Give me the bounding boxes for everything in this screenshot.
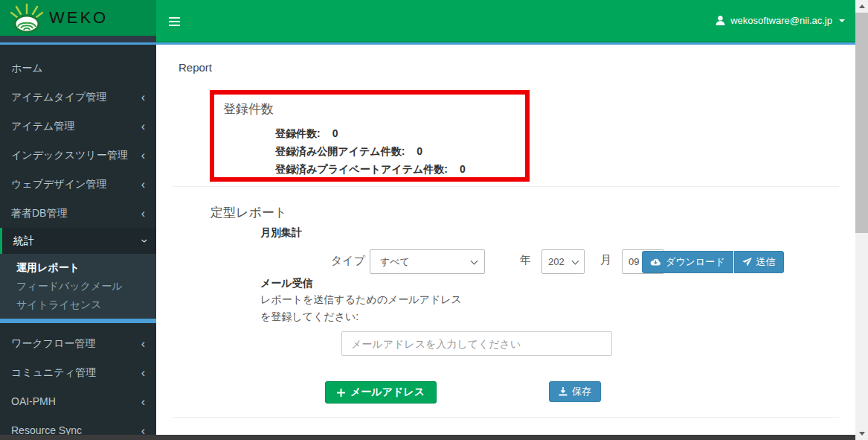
chevron-down-icon bbox=[572, 257, 579, 264]
vertical-scrollbar[interactable] bbox=[855, 0, 868, 440]
hamburger-icon[interactable] bbox=[165, 13, 183, 30]
chevron-left-icon bbox=[141, 123, 145, 130]
main-content: Report 登録件数 登録件数:0 登録済み公開アイテム件数:0 登録済みプラ… bbox=[156, 45, 855, 435]
mail-description-line2: を登録してください: bbox=[260, 310, 359, 324]
chevron-left-icon bbox=[141, 427, 145, 435]
top-navbar: wekosoftware@nii.ac.jp bbox=[156, 0, 855, 42]
sidebar-item-workflow-mgmt[interactable]: ワークフロー管理 bbox=[0, 329, 156, 358]
sidebar-item-label: OAI-PMH bbox=[11, 395, 56, 408]
chevron-left-icon bbox=[141, 181, 145, 188]
sidebar-item-index-tree-mgmt[interactable]: インデックスツリー管理 bbox=[0, 141, 156, 170]
sidebar-item-oai-pmh[interactable]: OAI-PMH bbox=[0, 387, 156, 416]
year-label: 年 bbox=[520, 253, 531, 267]
type-select[interactable]: すべて bbox=[370, 249, 485, 274]
submenu-item-site-license[interactable]: サイトライセンス bbox=[0, 296, 156, 314]
submenu-item-label: フィードバックメール bbox=[16, 280, 123, 292]
weko-logo-icon bbox=[10, 3, 43, 33]
plus-icon bbox=[337, 389, 345, 397]
chevron-left-icon bbox=[141, 210, 145, 217]
download-button[interactable]: ダウンロード bbox=[642, 251, 733, 273]
sidebar-item-item-mgmt[interactable]: アイテム管理 bbox=[0, 112, 156, 141]
registration-private-label: 登録済みプライベートアイテム件数: bbox=[275, 163, 448, 175]
section-divider bbox=[173, 186, 839, 187]
sidebar-item-label: ワークフロー管理 bbox=[11, 337, 95, 350]
logo-header: WEKO bbox=[0, 0, 156, 36]
sidebar-item-label: コミュニティ管理 bbox=[11, 366, 96, 379]
user-menu[interactable]: wekosoftware@nii.ac.jp bbox=[716, 0, 845, 41]
sidebar-item-label: アイテム管理 bbox=[11, 120, 74, 133]
sidebar-item-author-db-mgmt[interactable]: 著者DB管理 bbox=[0, 199, 156, 228]
registration-total-label: 登録件数: bbox=[275, 127, 321, 139]
add-email-button[interactable]: メールアドレス bbox=[325, 381, 437, 404]
section-divider bbox=[173, 417, 839, 418]
sidebar-item-home[interactable]: ホーム bbox=[0, 54, 156, 83]
chevron-left-icon bbox=[141, 340, 145, 348]
save-button-label: 保存 bbox=[572, 385, 591, 398]
submenu-item-label: サイトライセンス bbox=[16, 299, 102, 310]
registration-private-row: 登録済みプライベートアイテム件数:0 bbox=[275, 160, 516, 178]
submenu-item-operation-report[interactable]: 運用レポート bbox=[0, 258, 156, 277]
monthly-summary-heading: 月別集計 bbox=[260, 226, 302, 240]
send-button-label: 送信 bbox=[756, 255, 776, 269]
registration-count-panel: 登録件数 登録件数:0 登録済み公開アイテム件数:0 登録済みプライベートアイテ… bbox=[210, 90, 530, 182]
add-email-button-label: メールアドレス bbox=[350, 386, 425, 399]
mail-receive-heading: メール受信 bbox=[260, 277, 313, 290]
scrollbar-down-arrow[interactable] bbox=[855, 427, 868, 440]
sidebar-item-web-design-mgmt[interactable]: ウェブデザイン管理 bbox=[0, 170, 156, 199]
caret-down-icon bbox=[839, 19, 845, 22]
save-button[interactable]: 保存 bbox=[549, 381, 601, 402]
window-bottom-edge bbox=[0, 435, 855, 440]
registration-total-value: 0 bbox=[332, 127, 338, 139]
sidebar-item-label: アイテムタイプ管理 bbox=[11, 91, 106, 103]
chevron-down-icon bbox=[471, 257, 478, 264]
statistics-submenu: 運用レポート フィードバックメール サイトライセンス bbox=[0, 254, 156, 319]
email-address-input[interactable] bbox=[341, 331, 612, 356]
download-button-label: ダウンロード bbox=[666, 255, 725, 269]
chevron-down-icon bbox=[137, 239, 150, 243]
report-action-buttons: ダウンロード 送信 bbox=[642, 251, 784, 273]
user-email: wekosoftware@nii.ac.jp bbox=[730, 15, 832, 26]
registration-count-title: 登録件数 bbox=[223, 101, 516, 118]
mail-description-line1: レポートを送信するためのメールアドレス bbox=[260, 293, 462, 307]
sidebar-item-community-mgmt[interactable]: コミュニティ管理 bbox=[0, 358, 156, 387]
year-select[interactable]: 202 bbox=[541, 249, 585, 274]
download-tray-icon bbox=[559, 387, 568, 396]
brand-title: WEKO bbox=[49, 8, 108, 28]
sidebar-item-label: 統計 bbox=[13, 235, 34, 247]
chevron-left-icon bbox=[141, 398, 145, 406]
person-icon bbox=[716, 16, 725, 25]
sidebar-item-item-type-mgmt[interactable]: アイテムタイプ管理 bbox=[0, 83, 156, 112]
sidebar: ホーム アイテムタイプ管理 アイテム管理 インデックスツリー管理 ウェブデザイン… bbox=[0, 45, 156, 440]
submenu-item-label: 運用レポート bbox=[16, 261, 80, 273]
registration-total-row: 登録件数:0 bbox=[275, 124, 516, 142]
sidebar-item-label: インデックスツリー管理 bbox=[11, 149, 128, 162]
cloud-download-icon bbox=[650, 258, 661, 267]
sidebar-item-label: 著者DB管理 bbox=[11, 207, 67, 220]
type-label: タイプ bbox=[331, 254, 365, 268]
sidebar-item-statistics[interactable]: 統計 bbox=[0, 228, 156, 254]
registration-private-value: 0 bbox=[460, 163, 466, 175]
scrollbar-thumb[interactable] bbox=[855, 13, 868, 233]
registration-public-value: 0 bbox=[417, 145, 422, 157]
chevron-left-icon bbox=[141, 94, 145, 101]
chevron-left-icon bbox=[141, 369, 145, 377]
registration-public-row: 登録済み公開アイテム件数:0 bbox=[275, 142, 516, 160]
submenu-item-feedback-mail[interactable]: フィードバックメール bbox=[0, 277, 156, 296]
page-title: Report bbox=[179, 61, 212, 74]
send-button[interactable]: 送信 bbox=[734, 251, 784, 273]
month-label: 月 bbox=[600, 253, 611, 267]
registration-public-label: 登録済み公開アイテム件数: bbox=[275, 145, 405, 157]
sidebar-item-label: ウェブデザイン管理 bbox=[11, 178, 106, 191]
scrollbar-up-arrow[interactable] bbox=[855, 0, 868, 13]
paper-plane-icon bbox=[742, 258, 752, 267]
chevron-left-icon bbox=[141, 152, 145, 159]
month-select-value: 09 bbox=[629, 256, 639, 267]
year-select-value: 202 bbox=[548, 256, 565, 267]
fixed-report-title: 定型レポート bbox=[210, 204, 287, 221]
sidebar-item-label: ホーム bbox=[11, 62, 43, 74]
type-select-value: すべて bbox=[380, 255, 410, 269]
sidebar-top-strip bbox=[0, 36, 156, 42]
